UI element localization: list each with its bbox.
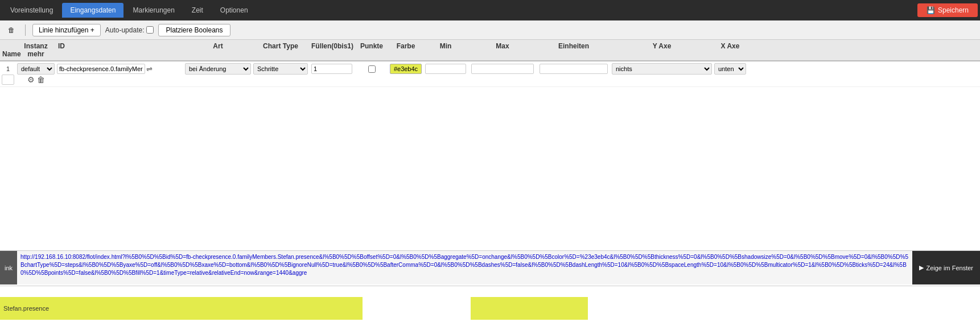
add-line-button[interactable]: Linie hinzufügen + [32,24,101,36]
col-y-axe: Y Axe [611,42,713,50]
instanz-select[interactable]: default [17,63,55,75]
art-select[interactable]: bei Änderung [185,63,251,75]
tab-eingangsdaten[interactable]: Eingangsdaten [62,3,123,18]
col-fuellen: Füllen(0bis1) [309,42,355,50]
col-mehr: mehr [16,50,56,58]
col-instanz: Instanz [16,42,56,50]
row-einheiten[interactable] [537,64,611,74]
row-instanz[interactable]: default [16,63,56,75]
col-einheiten: Einheiten [537,42,611,50]
row-min[interactable] [423,64,468,74]
col-name: Name [0,50,16,58]
id-input[interactable] [57,64,145,74]
col-chart-type: Chart Type [252,42,309,50]
id-edit-icon[interactable]: ⇌ [146,65,153,73]
tab-markierungen[interactable]: Markierungen [125,3,182,18]
tab-optionen[interactable]: Optionen [212,3,256,18]
gear-icon[interactable]: ⚙ [27,75,35,84]
save-icon: 💾 [927,6,935,14]
tab-bar: Voreinstellung Eingangsdaten Markierunge… [0,0,980,20]
row-x-axe[interactable]: unten [713,63,747,75]
url-text[interactable]: http://192.168.16.10:8082/flot/index.htm… [17,251,912,284]
col-x-axe: X Axe [713,42,747,50]
table-header: Instanz ID Art Chart Type Füllen(0bis1) … [0,40,980,61]
row-punkte[interactable] [355,65,389,73]
col-min: Min [423,42,468,50]
toolbar: 🗑 Linie hinzufügen + Auto-update: Platzi… [0,20,980,40]
y-axe-select[interactable]: nichts [612,63,712,75]
row-farbe[interactable]: #e3eb4c [389,64,423,74]
place-booleans-label: Platziere Booleans [166,26,223,34]
chart-label: Stefan.presence [3,305,49,312]
chart-bar-1 [0,297,363,320]
fuellen-input[interactable] [311,64,352,74]
col-max: Max [468,42,537,50]
col-farbe: Farbe [389,42,423,50]
row-fuellen[interactable] [309,64,355,74]
row-y-axe[interactable]: nichts [611,63,713,75]
tab-voreinstellung[interactable]: Voreinstellung [2,3,61,18]
bottom-chart: Stefan.presence [0,286,980,330]
show-window-label: Zeige im Fenster [926,265,973,271]
delete-line-button[interactable]: 🗑 [5,24,18,36]
name-input[interactable] [2,75,15,85]
add-icon: + [90,26,94,34]
table-row: 1 default ⇌ bei Änderung Schritte #e3eb4… [0,61,980,87]
auto-update-text: Auto-update: [105,26,145,34]
tab-zeit[interactable]: Zeit [184,3,211,18]
max-input[interactable] [471,64,534,74]
chart-bar-5 [490,297,588,320]
einheiten-input[interactable] [540,64,608,74]
col-id: ID [56,42,155,50]
row-num: 1 [0,65,16,73]
x-axe-select[interactable]: unten [714,63,746,75]
row-art[interactable]: bei Änderung [184,63,252,75]
row-mehr: ⚙ 🗑 [16,75,56,84]
punkte-checkbox[interactable] [368,65,376,73]
url-link-label: ink [0,251,17,284]
show-in-window-button[interactable]: ▶ Zeige im Fenster [912,251,980,284]
col-punkte: Punkte [355,42,389,50]
row-id[interactable]: ⇌ [56,64,155,74]
trash-icon: 🗑 [8,26,15,34]
save-button[interactable]: 💾 Speichern [917,3,978,17]
toolbar-divider [25,24,26,36]
auto-update-checkbox[interactable] [146,26,154,34]
row-delete-icon[interactable]: 🗑 [37,75,45,84]
url-area: ink http://192.168.16.10:8082/flot/index… [0,250,980,284]
min-input[interactable] [425,64,466,74]
farbe-picker[interactable]: #e3eb4c [390,64,422,74]
auto-update-label: Auto-update: [105,26,154,34]
row-max[interactable] [468,64,537,74]
show-window-icon: ▶ [919,264,924,271]
row-chart-type[interactable]: Schritte [252,63,309,75]
chart-type-select[interactable]: Schritte [253,63,308,75]
row-name[interactable] [0,75,16,85]
place-booleans-button[interactable]: Platziere Booleans [158,24,230,36]
chart-bar-container: Stefan.presence [0,297,980,320]
add-line-label: Linie hinzufügen [39,26,88,34]
col-art: Art [184,42,252,50]
save-label: Speichern [938,6,969,14]
